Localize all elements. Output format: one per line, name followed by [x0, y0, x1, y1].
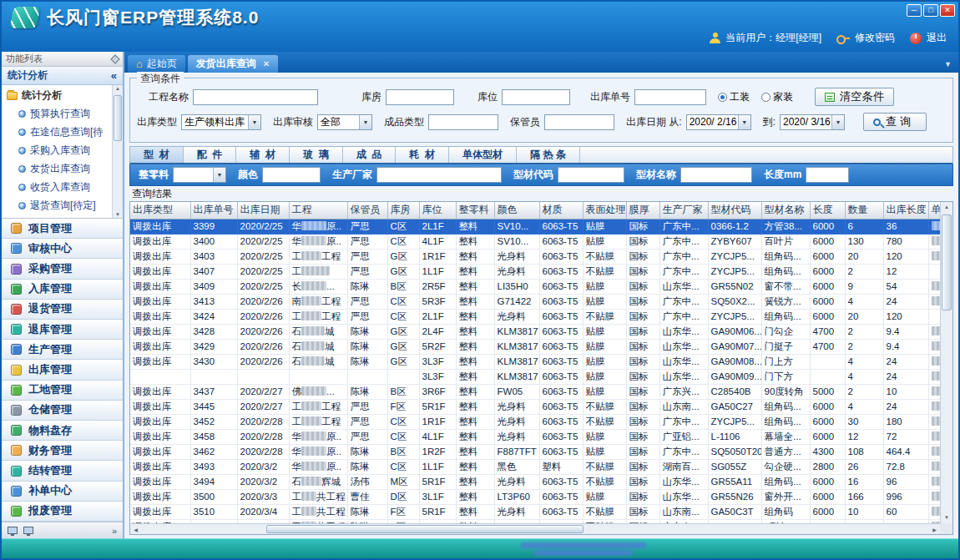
sidebar-item-finance[interactable]: 财务管理	[2, 441, 123, 461]
sidebar-item-project[interactable]: 项目管理	[2, 219, 123, 239]
out-type-select[interactable]: 生产领料出库 ▼	[181, 114, 261, 130]
radio-gongzhuang[interactable]	[718, 93, 727, 102]
material-tab-insulation[interactable]: 隔 热 条	[517, 147, 580, 163]
table-row[interactable]: 调拨出库35002020/3/3工共工程曹佳D区3L1F整料LT3P606063…	[130, 489, 953, 504]
material-tab-product[interactable]: 成 品	[343, 147, 397, 163]
close-button[interactable]: ✕	[940, 4, 955, 17]
tree-item[interactable]: 在途信息查询[待	[3, 123, 111, 141]
table-row[interactable]: 调拨出库34292020/2/26石城陈琳G区5R2F整料KLM38176063…	[130, 339, 953, 354]
column-header[interactable]: 整零料	[456, 202, 494, 219]
radio-jiazhuang[interactable]	[761, 93, 771, 102]
date-to-picker[interactable]: 2020/ 3/16 ▼	[780, 114, 845, 130]
sidebar-item-inbound[interactable]: 入库管理	[2, 280, 123, 300]
column-header[interactable]: 出库类型	[130, 202, 190, 219]
table-row[interactable]: 调拨出库34132020/2/26南工程严思C区5R3F整料G714226063…	[130, 294, 953, 309]
tab-list-caret-icon[interactable]: ▼	[944, 60, 952, 68]
column-header[interactable]: 膜厚	[626, 202, 659, 219]
profile-name-input[interactable]	[680, 167, 752, 183]
sidebar-item-production[interactable]: 生产管理	[2, 340, 123, 360]
table-row[interactable]: 调拨出库34582020/2/28华原..严思C区4L1F整料光身料6063-T…	[130, 429, 953, 444]
sidebar-item-site[interactable]: 工地管理	[2, 381, 123, 401]
computer-icon[interactable]	[23, 527, 33, 534]
tab-home[interactable]: ⌂ 起始页	[128, 55, 185, 73]
collapse-icon[interactable]: «	[111, 69, 117, 82]
pin-icon[interactable]	[110, 54, 119, 63]
overflow-icon[interactable]: »	[112, 526, 117, 536]
horizontal-scrollbar[interactable]: ◀ ▶	[130, 523, 940, 534]
table-row[interactable]: 调拨出库34372020/2/27佛...陈琳B区3R6F整料FW056063-…	[130, 384, 953, 399]
tree-item[interactable]: 采购入库查询	[3, 141, 111, 159]
column-header[interactable]: 型材代码	[708, 202, 761, 219]
column-header[interactable]: 库位	[419, 202, 456, 219]
manufacturer-input[interactable]	[376, 167, 502, 183]
tree-root[interactable]: 统计分析	[3, 87, 111, 104]
table-row[interactable]: 调拨出库34002020/2/25华原..严思C区4L1F整料SV10...60…	[130, 234, 953, 249]
column-header[interactable]: 材质	[539, 202, 583, 219]
scroll-up-icon[interactable]: ▲	[115, 86, 120, 91]
material-tab-auxiliary[interactable]: 辅 材	[236, 147, 290, 163]
tree-item[interactable]: 发货出库查询	[3, 159, 111, 178]
sidebar-item-returns[interactable]: 退货管理	[2, 300, 123, 320]
sidebar-item-carryover[interactable]: 结转管理	[2, 461, 123, 481]
profile-code-input[interactable]	[558, 167, 624, 183]
maximize-button[interactable]: □	[923, 4, 938, 17]
sidebar-item-purchase[interactable]: 采购管理	[2, 259, 123, 279]
column-header[interactable]: 数量	[845, 202, 883, 219]
dropdown-arrow-icon[interactable]: ▼	[831, 115, 844, 129]
scroll-down-icon[interactable]: ▼	[941, 512, 952, 523]
vertical-scroll-thumb[interactable]	[942, 214, 952, 310]
table-row[interactable]: 调拨出库34072020/2/25工严思G区1L1F整料光身料6063-T5不贴…	[130, 264, 953, 279]
audit-select[interactable]: 全部 ▼	[317, 114, 372, 130]
sidebar-item-audit[interactable]: 审核中心	[2, 239, 123, 259]
table-row[interactable]: 调拨出库34932020/3/2华原..陈琳C区1L1F整料黑色塑料不贴膜国标湖…	[130, 459, 953, 474]
material-tab-profile[interactable]: 型 材	[130, 147, 184, 163]
table-row[interactable]: 调拨出库34302020/2/26石城陈琳G区3L3F整料KLM38176063…	[130, 354, 953, 369]
product-type-input[interactable]	[428, 114, 498, 130]
column-header[interactable]: 出库单号	[190, 202, 237, 219]
table-row[interactable]: 3L3F整料KLM38176063-T5贴膜国标山东华...GA90M09...…	[130, 369, 953, 384]
column-header[interactable]: 型材名称	[761, 202, 810, 219]
column-header[interactable]: 库房	[387, 202, 419, 219]
color-input[interactable]	[262, 167, 321, 183]
section-header-statistics[interactable]: 统计分析 «	[2, 67, 123, 85]
sidebar-item-warehouse[interactable]: 仓储管理	[2, 401, 123, 421]
material-tab-glass[interactable]: 玻 璃	[290, 147, 343, 163]
length-input[interactable]	[806, 167, 849, 183]
column-header[interactable]: 生产厂家	[659, 202, 708, 219]
table-row[interactable]: 调拨出库34092020/2/25长...陈琳B区2R5F整料LI35H0606…	[130, 279, 953, 294]
column-header[interactable]: 出库长度	[883, 202, 928, 219]
warehouse-input[interactable]	[386, 89, 454, 105]
tree-item[interactable]: 退货查询[待定]	[3, 196, 111, 214]
location-input[interactable]	[502, 89, 570, 105]
scroll-down-icon[interactable]: ▼	[115, 212, 120, 217]
column-header[interactable]: 保管员	[347, 202, 387, 219]
scroll-left-icon[interactable]: ◀	[130, 527, 141, 532]
table-row[interactable]: 调拨出库34242020/2/26工工程严思C区2L1F整料光身料6063-T5…	[130, 309, 953, 324]
column-header[interactable]: 工程	[289, 202, 347, 219]
dropdown-arrow-icon[interactable]: ▼	[359, 115, 371, 129]
project-name-input[interactable]	[193, 89, 318, 105]
tree-item[interactable]: 退库管理[待定]	[3, 214, 111, 219]
logout-link[interactable]: 退出	[927, 31, 947, 45]
monitor-icon[interactable]	[8, 527, 18, 534]
column-header[interactable]: 出库日期	[237, 202, 289, 219]
horizontal-scroll-thumb[interactable]	[266, 525, 584, 533]
material-tab-consumable[interactable]: 耗 材	[396, 147, 449, 163]
table-row[interactable]: 调拨出库35102020/3/4工共工程陈琳F区5R1F整料光身料6063-T5…	[130, 504, 953, 519]
table-row[interactable]: 调拨出库34522020/2/28工工程严思C区1R1F整料光身料6063-T5…	[130, 414, 953, 429]
sidebar-item-supplement[interactable]: 补单中心	[2, 482, 123, 502]
sidebar-item-stocktake[interactable]: 物料盘存	[2, 421, 123, 441]
column-header[interactable]: 长度	[810, 202, 845, 219]
table-row[interactable]: 调拨出库34032020/2/25工工程严思G区1R1F整料光身料6063-T5…	[130, 249, 953, 264]
dropdown-arrow-icon[interactable]: ▼	[213, 168, 225, 182]
table-row[interactable]: 调拨出库34942020/3/2石辉城汤伟M区5R1F整料光身料6063-T5不…	[130, 474, 953, 489]
tree-scroll-thumb[interactable]	[114, 95, 122, 141]
scroll-up-icon[interactable]: ▲	[941, 202, 952, 213]
sidebar-item-return-store[interactable]: 退库管理	[2, 320, 123, 340]
tab-shipping-outbound-query[interactable]: 发货出库查询 ✕	[188, 55, 278, 73]
date-from-picker[interactable]: 2020/ 2/16 ▼	[686, 114, 751, 130]
dropdown-arrow-icon[interactable]: ▼	[248, 115, 260, 129]
whole-part-select[interactable]: 全部 ▼	[173, 167, 226, 183]
change-password-link[interactable]: 修改密码	[855, 31, 895, 45]
clear-conditions-button[interactable]: 清空条件	[815, 88, 894, 106]
